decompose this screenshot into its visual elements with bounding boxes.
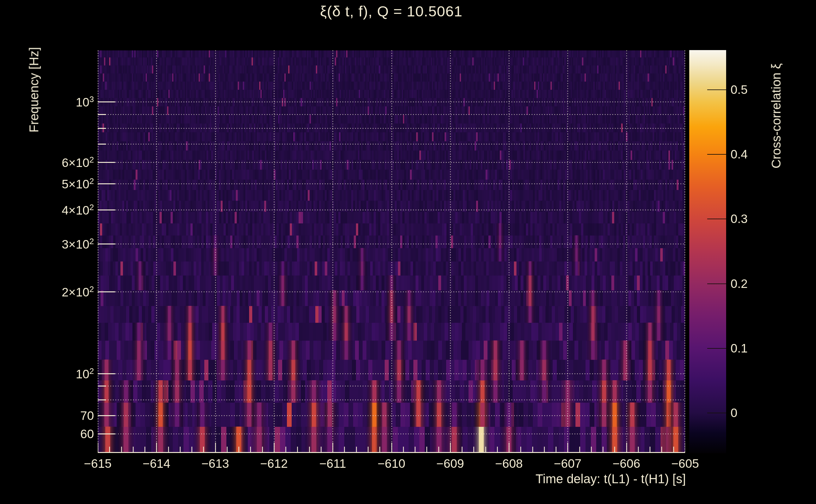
y-tick-label: 60 bbox=[80, 428, 94, 440]
colorbar-tick-label: 0.3 bbox=[731, 213, 748, 225]
y-tick-exponent: 2 bbox=[89, 203, 94, 212]
page: { "page": { "title": "ξ(δ t, f), Q = 10.… bbox=[0, 0, 816, 504]
colorbar-tick bbox=[707, 154, 726, 155]
x-tick-label: −605 bbox=[671, 457, 699, 470]
y-tick-exponent: 2 bbox=[89, 176, 94, 186]
y-axis-label: Frequency [Hz] bbox=[27, 47, 41, 132]
colorbar-tick bbox=[707, 348, 726, 349]
x-tick-label: −606 bbox=[613, 457, 641, 470]
colorbar-tick bbox=[707, 89, 726, 90]
y-tick-label: 5×102 bbox=[62, 177, 94, 190]
y-tick-exponent: 2 bbox=[89, 366, 94, 376]
chart-title: ξ(δ t, f), Q = 10.5061 bbox=[320, 3, 463, 20]
colorbar-label: Cross-correlation ξ bbox=[769, 63, 784, 169]
colorbar-tick-label: 0.4 bbox=[731, 148, 748, 160]
x-tick-label: −611 bbox=[319, 457, 346, 470]
x-axis-label: Time delay: t(L1) - t(H1) [s] bbox=[536, 472, 686, 486]
y-tick-label: 103 bbox=[76, 95, 94, 108]
colorbar-tick bbox=[707, 413, 726, 413]
y-tick-exponent: 2 bbox=[89, 155, 94, 164]
colorbar-tick-label: 0.2 bbox=[731, 277, 748, 289]
x-tick-label: −613 bbox=[201, 457, 229, 470]
colorbar-tick bbox=[707, 283, 726, 284]
y-tick-label: 6×102 bbox=[62, 156, 94, 169]
colorbar bbox=[689, 50, 726, 453]
y-tick-label: 102 bbox=[76, 367, 94, 380]
x-tick-label: −614 bbox=[142, 457, 170, 470]
colorbar-tick bbox=[707, 219, 726, 219]
y-tick-label: 3×102 bbox=[62, 237, 94, 250]
y-tick-exponent: 2 bbox=[89, 284, 94, 294]
y-tick-label: 2×102 bbox=[62, 285, 94, 298]
x-tick-label: −615 bbox=[84, 457, 112, 470]
x-tick-label: −612 bbox=[260, 457, 288, 470]
y-tick-label: 4×102 bbox=[62, 203, 94, 216]
x-tick-label: −609 bbox=[436, 457, 464, 470]
colorbar-tick-label: 0.5 bbox=[731, 83, 748, 96]
x-tick-label: −607 bbox=[554, 457, 581, 470]
y-tick-label: 70 bbox=[80, 409, 94, 422]
x-tick-label: −610 bbox=[378, 457, 405, 470]
x-tick-label: −608 bbox=[495, 457, 523, 470]
y-tick-exponent: 2 bbox=[89, 237, 94, 246]
y-tick-exponent: 3 bbox=[89, 95, 94, 104]
colorbar-tick-label: 0 bbox=[731, 406, 738, 419]
colorbar-tick-label: 0.1 bbox=[731, 342, 748, 354]
